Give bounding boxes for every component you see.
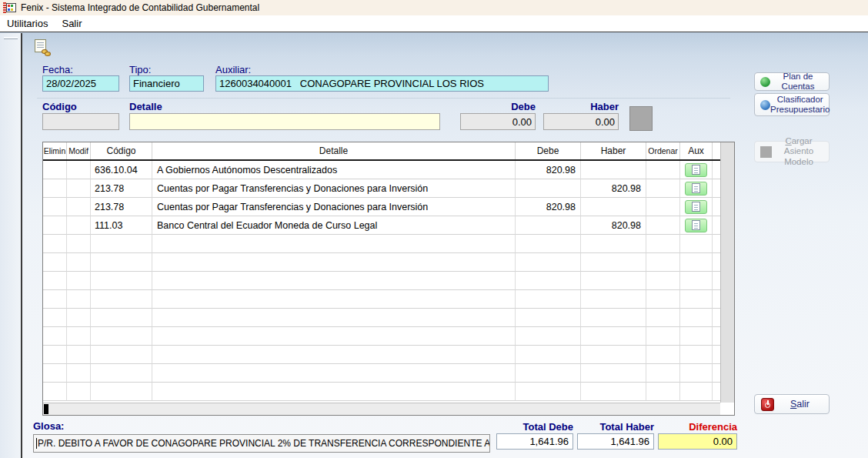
cell-elimin xyxy=(43,235,67,253)
tipo-field[interactable]: Financiero xyxy=(129,75,204,92)
table-row[interactable] xyxy=(43,235,720,253)
cell-modif xyxy=(67,309,91,327)
cell-detalle xyxy=(152,364,516,383)
cargar-asiento-modelo-button[interactable]: Cargar Asiento Modelo xyxy=(754,141,830,162)
cell-modif xyxy=(67,346,91,364)
add-entry-button[interactable] xyxy=(629,106,653,131)
table-row[interactable] xyxy=(43,253,720,272)
cell-elimin xyxy=(43,346,67,364)
application-window: Fenix - Sistema Integrado de Contabilida… xyxy=(0,0,868,458)
cargar-asiento-label: Cargar Asiento Modelo xyxy=(772,136,826,167)
menu-bar: Utilitarios Salir xyxy=(0,15,868,32)
window-title: Fenix - Sistema Integrado de Contabilida… xyxy=(21,2,259,13)
auxiliar-field[interactable]: 1260034040001 CONAGOPARE PROVINCIAL LOS … xyxy=(215,75,549,92)
glosa-input[interactable]: P/R. DEBITO A FAVOR DE CONAGOPARE PROVIN… xyxy=(33,434,490,453)
cell-aux xyxy=(680,161,713,179)
title-bar: Fenix - Sistema Integrado de Contabilida… xyxy=(0,0,868,15)
cell-filler xyxy=(713,253,720,272)
clasificador-presupuestario-button[interactable]: Clasificador Presupuestario xyxy=(754,93,830,116)
cell-ordenar xyxy=(646,235,680,253)
cell-debe xyxy=(516,216,581,235)
cell-aux xyxy=(680,364,713,383)
table-row[interactable]: 213.78Cuentas por Pagar Transferencias y… xyxy=(43,198,720,216)
new-entry-button[interactable] xyxy=(33,38,53,59)
table-body: 636.10.04A Gobiernos Autónomos Descentra… xyxy=(43,161,720,401)
power-icon xyxy=(761,398,774,411)
cell-ordenar xyxy=(646,216,680,235)
detalle-input[interactable] xyxy=(129,113,440,130)
cell-elimin xyxy=(43,327,67,346)
salir-button[interactable]: Salir xyxy=(754,394,830,414)
menu-item-utilitarios[interactable]: Utilitarios xyxy=(0,16,55,31)
plan-de-cuentas-label: Plan de Cuentas xyxy=(770,72,826,92)
cell-ordenar xyxy=(646,309,680,327)
diferencia-label: Diferencia xyxy=(658,421,737,433)
auxiliar-label: Auxiliar: xyxy=(215,64,251,75)
table-row[interactable] xyxy=(43,272,720,290)
cell-filler xyxy=(713,327,720,346)
table-row[interactable]: 111.03Banco Central del Ecuador Moneda d… xyxy=(43,216,720,235)
aux-button[interactable] xyxy=(685,219,707,232)
table-row[interactable] xyxy=(43,383,720,401)
cell-filler xyxy=(713,383,720,401)
cell-filler xyxy=(713,290,720,309)
cell-ordenar xyxy=(646,161,680,179)
cell-ordenar xyxy=(646,179,680,198)
cell-aux xyxy=(680,216,713,235)
table-row[interactable] xyxy=(43,327,720,346)
cell-debe xyxy=(516,346,581,364)
debe-label: Debe xyxy=(460,101,536,112)
cell-detalle xyxy=(152,272,516,290)
cell-codigo xyxy=(91,346,152,364)
header-filler xyxy=(713,142,720,159)
fecha-label: Fecha: xyxy=(42,64,73,75)
entries-table: Elimin Modif Código Detalle Debe Haber O… xyxy=(42,142,735,416)
total-haber-field: 1,641.96 xyxy=(577,433,654,450)
glosa-label: Glosa: xyxy=(33,420,64,432)
plan-de-cuentas-button[interactable]: Plan de Cuentas xyxy=(754,72,830,91)
cell-filler xyxy=(713,309,720,327)
cell-codigo xyxy=(91,235,152,253)
aux-button[interactable] xyxy=(685,200,707,214)
aux-document-icon xyxy=(692,202,700,212)
menu-item-salir[interactable]: Salir xyxy=(55,16,88,31)
cell-debe xyxy=(516,309,581,327)
cell-detalle: A Gobiernos Autónomos Descentralizados xyxy=(152,161,516,179)
debe-input[interactable]: 0.00 xyxy=(460,113,536,130)
cell-ordenar xyxy=(646,327,680,346)
horizontal-scrollbar-thumb[interactable] xyxy=(44,404,48,414)
cell-elimin xyxy=(43,161,67,179)
table-row[interactable] xyxy=(43,290,720,309)
horizontal-scrollbar[interactable] xyxy=(43,403,720,415)
table-row[interactable] xyxy=(43,346,720,364)
splitter-grip[interactable] xyxy=(4,37,18,39)
cell-codigo xyxy=(91,309,152,327)
table-row[interactable] xyxy=(43,364,720,383)
cell-haber xyxy=(581,235,646,253)
clasificador-label: Clasificador Presupuestario xyxy=(770,95,830,115)
cell-haber xyxy=(581,309,646,327)
salir-label: Salir xyxy=(774,399,826,410)
header-detalle: Detalle xyxy=(152,142,516,159)
fecha-field[interactable]: 28/02/2025 xyxy=(42,75,119,92)
cell-modif xyxy=(67,253,91,272)
haber-input[interactable]: 0.00 xyxy=(543,113,619,130)
left-collapsed-panel[interactable] xyxy=(0,33,22,458)
codigo-input[interactable] xyxy=(42,113,119,130)
cell-ordenar xyxy=(646,364,680,383)
haber-label: Haber xyxy=(543,101,619,112)
app-window-icon xyxy=(3,2,16,13)
vertical-scrollbar[interactable] xyxy=(720,142,734,403)
cell-haber xyxy=(581,253,646,272)
table-row[interactable]: 636.10.04A Gobiernos Autónomos Descentra… xyxy=(43,161,720,179)
table-row[interactable] xyxy=(43,309,720,327)
cell-aux xyxy=(680,272,713,290)
aux-button[interactable] xyxy=(685,163,707,177)
cell-aux xyxy=(680,290,713,309)
cell-haber xyxy=(581,364,646,383)
separator-line xyxy=(37,98,730,99)
cell-debe xyxy=(516,364,581,383)
table-row[interactable]: 213.78Cuentas por Pagar Transferencias y… xyxy=(43,179,720,198)
aux-button[interactable] xyxy=(685,182,707,196)
cell-codigo: 213.78 xyxy=(91,198,152,216)
